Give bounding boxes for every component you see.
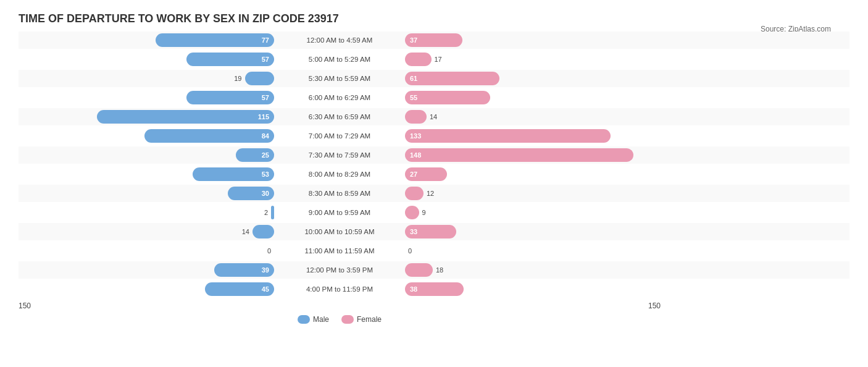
chart-row: 84 7:00 AM to 7:29 AM 133 bbox=[19, 127, 849, 145]
bar-female bbox=[405, 110, 427, 124]
right-section: 38 bbox=[401, 282, 661, 296]
female-value: 148 bbox=[405, 151, 426, 159]
bar-female: 37 bbox=[405, 33, 462, 47]
time-label: 7:00 AM to 7:29 AM bbox=[278, 132, 401, 140]
right-section: 0 bbox=[401, 247, 661, 255]
left-section: 2 bbox=[19, 206, 278, 219]
chart-row: 57 6:00 AM to 6:29 AM 55 bbox=[19, 89, 849, 106]
axis-right: 150 bbox=[401, 302, 661, 310]
bar-male: 57 bbox=[186, 53, 275, 66]
male-value: 19 bbox=[231, 75, 244, 82]
female-value: 27 bbox=[405, 171, 422, 178]
female-value: 55 bbox=[405, 94, 422, 101]
left-section: 115 bbox=[19, 110, 278, 124]
chart-container: 77 12:00 AM to 4:59 AM 37 57 5:00 AM to … bbox=[19, 32, 849, 324]
bar-male bbox=[252, 225, 274, 238]
female-value: 9 bbox=[419, 209, 429, 216]
bar-female: 148 bbox=[405, 148, 633, 162]
chart-row: 77 12:00 AM to 4:59 AM 37 bbox=[19, 32, 849, 49]
time-label: 6:30 AM to 6:59 AM bbox=[278, 113, 401, 120]
male-value: 57 bbox=[257, 94, 274, 101]
male-value: 14 bbox=[239, 228, 252, 235]
legend-female: Female bbox=[341, 315, 382, 324]
right-section: 9 bbox=[401, 206, 661, 219]
legend-male: Male bbox=[298, 315, 329, 324]
female-value: 12 bbox=[424, 190, 437, 197]
bar-male: 115 bbox=[97, 110, 275, 124]
right-section: 18 bbox=[401, 263, 661, 277]
female-label: Female bbox=[357, 315, 382, 324]
chart-row: 53 8:00 AM to 8:29 AM 27 bbox=[19, 166, 849, 183]
chart-row: 19 5:30 AM to 5:59 AM 61 bbox=[19, 70, 849, 87]
male-swatch bbox=[298, 315, 310, 324]
female-value: 61 bbox=[405, 75, 422, 82]
chart-row: 57 5:00 AM to 5:29 AM 17 bbox=[19, 51, 849, 68]
left-section: 57 bbox=[19, 91, 278, 104]
female-value: 33 bbox=[405, 228, 422, 235]
female-value: 0 bbox=[405, 247, 415, 255]
left-section: 30 bbox=[19, 187, 278, 200]
time-label: 8:30 AM to 8:59 AM bbox=[278, 190, 401, 197]
left-section: 25 bbox=[19, 148, 278, 162]
time-label: 8:00 AM to 8:29 AM bbox=[278, 171, 401, 178]
bar-male: 57 bbox=[186, 91, 275, 104]
female-value: 133 bbox=[405, 132, 426, 140]
chart-title: TIME OF DEPARTURE TO WORK BY SEX IN ZIP … bbox=[19, 12, 849, 25]
bar-male: 39 bbox=[214, 263, 275, 277]
left-section: 53 bbox=[19, 167, 278, 181]
left-section: 14 bbox=[19, 225, 278, 238]
female-value: 18 bbox=[433, 266, 446, 274]
bar-female: 133 bbox=[405, 129, 611, 143]
male-value: 84 bbox=[257, 132, 274, 140]
right-section: 61 bbox=[401, 72, 661, 85]
bar-female bbox=[405, 53, 432, 66]
male-value: 39 bbox=[257, 266, 274, 274]
male-value: 115 bbox=[253, 113, 274, 120]
time-label: 10:00 AM to 10:59 AM bbox=[278, 228, 401, 235]
right-section: 148 bbox=[401, 148, 661, 162]
bar-female bbox=[405, 187, 424, 200]
time-label: 7:30 AM to 7:59 AM bbox=[278, 151, 401, 159]
bar-female: 27 bbox=[405, 167, 447, 181]
right-section: 17 bbox=[401, 53, 661, 66]
left-section: 0 bbox=[19, 247, 278, 255]
male-value: 2 bbox=[261, 209, 271, 216]
chart-row: 2 9:00 AM to 9:59 AM 9 bbox=[19, 204, 849, 221]
chart-row: 30 8:30 AM to 8:59 AM 12 bbox=[19, 185, 849, 202]
chart-row: 45 4:00 PM to 11:59 PM 38 bbox=[19, 281, 849, 298]
chart-row: 39 12:00 PM to 3:59 PM 18 bbox=[19, 261, 849, 279]
bar-male: 53 bbox=[193, 167, 275, 181]
time-label: 5:30 AM to 5:59 AM bbox=[278, 75, 401, 82]
female-value: 17 bbox=[432, 56, 445, 63]
time-label: 12:00 PM to 3:59 PM bbox=[278, 266, 401, 274]
time-label: 12:00 AM to 4:59 AM bbox=[278, 36, 401, 44]
left-section: 84 bbox=[19, 129, 278, 143]
male-value: 57 bbox=[257, 56, 274, 63]
left-section: 45 bbox=[19, 282, 278, 296]
bar-female: 33 bbox=[405, 225, 456, 238]
left-section: 77 bbox=[19, 33, 278, 47]
time-label: 5:00 AM to 5:29 AM bbox=[278, 56, 401, 63]
chart-row: 115 6:30 AM to 6:59 AM 14 bbox=[19, 108, 849, 125]
bar-male: 77 bbox=[156, 33, 275, 47]
male-label: Male bbox=[313, 315, 329, 324]
bar-male bbox=[245, 72, 275, 85]
time-label: 11:00 AM to 11:59 AM bbox=[278, 247, 401, 255]
bar-female bbox=[405, 263, 433, 277]
bar-male: 30 bbox=[228, 187, 274, 200]
chart-row: 0 11:00 AM to 11:59 AM 0 bbox=[19, 242, 849, 259]
axis-row: 150 150 bbox=[19, 302, 849, 310]
male-value: 53 bbox=[257, 171, 274, 178]
time-label: 4:00 PM to 11:59 PM bbox=[278, 285, 401, 293]
right-section: 33 bbox=[401, 225, 661, 238]
male-value: 25 bbox=[257, 151, 274, 159]
right-section: 14 bbox=[401, 110, 661, 124]
bar-female bbox=[405, 206, 419, 219]
right-section: 133 bbox=[401, 129, 661, 143]
male-value: 30 bbox=[257, 190, 274, 197]
legend: Male Female bbox=[278, 315, 401, 324]
male-value: 0 bbox=[264, 247, 274, 255]
bar-male bbox=[271, 206, 274, 219]
time-label: 6:00 AM to 6:29 AM bbox=[278, 94, 401, 101]
bar-male: 84 bbox=[144, 129, 274, 143]
